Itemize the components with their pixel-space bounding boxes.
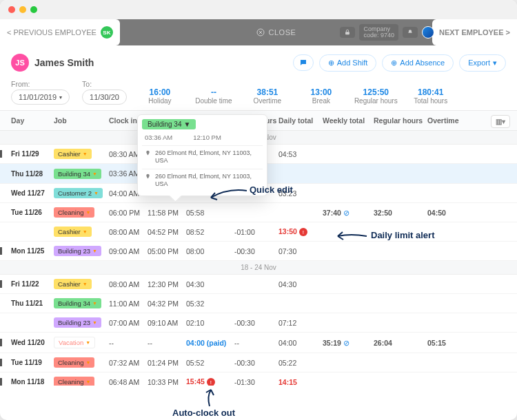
popover-location-in: 260 Elmont Rd, Elmont, NY 11003, USA bbox=[142, 145, 263, 169]
cell-daily-total: 04:00 bbox=[278, 339, 323, 347]
table-row[interactable]: Mon 11/25Building 23▼09:00 AM05:00 PM08:… bbox=[0, 242, 517, 261]
cell-clock-out[interactable]: 10:33 PM bbox=[148, 378, 186, 386]
window-titlebar bbox=[0, 0, 517, 19]
cell-break: -00:30 bbox=[234, 247, 278, 255]
pin-icon bbox=[145, 150, 151, 156]
job-tag[interactable]: Cashier▼ bbox=[54, 149, 92, 159]
chevron-down-icon: ▾ bbox=[59, 94, 62, 101]
from-label: From: bbox=[11, 80, 70, 88]
add-shift-label: Add Shift bbox=[337, 59, 368, 67]
cell-clock-in[interactable]: 07:32 AM bbox=[109, 359, 148, 367]
cell-day: Tue 11/19 bbox=[0, 359, 54, 366]
chevron-down-icon: ▼ bbox=[92, 301, 97, 306]
cell-clock-out[interactable]: 01:24 PM bbox=[148, 359, 186, 367]
cell-total: 15:45! bbox=[186, 377, 234, 386]
cell-clock-out[interactable]: 04:52 PM bbox=[148, 228, 186, 236]
window-min-dot[interactable] bbox=[19, 6, 26, 13]
cell-clock-in[interactable]: -- bbox=[109, 339, 148, 347]
prev-employee-label: < PREVIOUS EMPLOYEE bbox=[7, 28, 97, 36]
job-tag[interactable]: Cashier▼ bbox=[54, 279, 92, 289]
cell-daily-total: 07:12 bbox=[278, 319, 323, 327]
table-row[interactable]: Building 23▼07:00 AM09:10 AM02:10-00:300… bbox=[0, 313, 517, 333]
add-absence-label: Add Absence bbox=[400, 59, 445, 67]
table-row[interactable]: Mon 11/18Cleaning▼06:48 AM10:33 PM15:45!… bbox=[0, 372, 517, 386]
stat-overtime: 38:51Overtime bbox=[247, 87, 288, 105]
cell-total: 04:30 bbox=[186, 280, 234, 288]
cell-clock-in[interactable]: 07:00 AM bbox=[109, 319, 148, 327]
cell-clock-out[interactable]: 04:32 PM bbox=[148, 300, 186, 308]
cell-clock-out[interactable]: 11:58 PM bbox=[148, 209, 186, 217]
cell-total: 08:52 bbox=[186, 228, 234, 236]
cell-clock-out[interactable]: 05:00 PM bbox=[148, 247, 186, 255]
table-row[interactable]: Tue 11/19Cleaning▼07:32 AM01:24 PM05:52-… bbox=[0, 353, 517, 372]
cell-day: Fri 11/22 bbox=[0, 280, 54, 288]
cell-total: 05:58 bbox=[186, 209, 234, 217]
job-tag[interactable]: Vacation▼ bbox=[54, 337, 95, 348]
table-row[interactable]: Tue 11/26Cleaning▼06:00 PM11:58 PM05:583… bbox=[0, 203, 517, 222]
job-tag[interactable]: Cleaning▼ bbox=[54, 207, 94, 218]
chevron-down-icon: ▼ bbox=[92, 249, 97, 253]
table-row[interactable]: Wed 11/20Vacation▼----04:00 (paid)--04:0… bbox=[0, 333, 517, 353]
cell-total: 02:10 bbox=[186, 319, 234, 327]
chevron-down-icon: ▼ bbox=[83, 282, 88, 286]
job-tag[interactable]: Cleaning▼ bbox=[54, 357, 94, 368]
chat-button[interactable] bbox=[293, 54, 314, 71]
prev-employee-button[interactable]: < PREVIOUS EMPLOYEE SK bbox=[0, 19, 120, 45]
add-absence-button[interactable]: ⊕ Add Absence bbox=[382, 54, 454, 72]
job-tag[interactable]: Cleaning▼ bbox=[54, 377, 94, 386]
alert-icon: ! bbox=[207, 378, 215, 386]
table-row[interactable]: Thu 11/21Building 34▼11:00 AM04:32 PM05:… bbox=[0, 294, 517, 313]
cell-regular: 26:04 bbox=[374, 339, 427, 347]
cell-total: 08:00 bbox=[186, 247, 234, 255]
cell-total: 05:52 bbox=[186, 359, 234, 367]
chevron-down-icon: ▼ bbox=[183, 120, 190, 128]
chevron-down-icon: ▼ bbox=[86, 360, 91, 365]
from-date-input[interactable]: 11/01/2019▾ bbox=[11, 90, 70, 105]
job-tag[interactable]: Building 23▼ bbox=[54, 246, 101, 256]
close-icon bbox=[256, 28, 265, 36]
cell-clock-out[interactable]: -- bbox=[148, 339, 186, 347]
cell-break: -00:30 bbox=[234, 359, 278, 367]
stat-holiday: 16:00Holiday bbox=[139, 87, 181, 105]
add-shift-button[interactable]: ⊕ Add Shift bbox=[319, 54, 377, 72]
table-row[interactable]: Cashier▼08:00 AM04:52 PM08:52-01:0013:50… bbox=[0, 222, 517, 242]
job-tag[interactable]: Cashier▼ bbox=[54, 227, 92, 237]
group-header: 18 - 24 Nov bbox=[0, 261, 517, 275]
chevron-down-icon: ▼ bbox=[85, 340, 90, 345]
window-max-dot[interactable] bbox=[30, 6, 37, 13]
window-close-dot[interactable] bbox=[8, 6, 15, 13]
chevron-down-icon: ▼ bbox=[83, 151, 88, 156]
cell-clock-in[interactable]: 09:00 AM bbox=[109, 247, 148, 255]
columns-picker-button[interactable]: ▥▾ bbox=[491, 115, 510, 128]
table-row[interactable]: Fri 11/22Cashier▼08:00 AM12:30 PM04:3004… bbox=[0, 275, 517, 294]
popover-job-tag[interactable]: Building 34▼ bbox=[142, 119, 196, 129]
next-employee-button[interactable]: NEXT EMPLOYEE > bbox=[432, 19, 517, 45]
chevron-down-icon: ▼ bbox=[92, 320, 97, 325]
cell-daily-total: 03:23 bbox=[278, 189, 323, 198]
cell-clock-in[interactable]: 06:00 PM bbox=[109, 209, 148, 217]
employee-name: James Smith bbox=[34, 57, 94, 68]
to-date-input[interactable]: 11/30/20 bbox=[82, 90, 127, 105]
cell-break: -01:00 bbox=[234, 228, 278, 236]
cell-day: Mon 11/18 bbox=[0, 378, 54, 386]
cell-clock-in[interactable]: 08:00 AM bbox=[109, 228, 148, 236]
cell-day: Thu 11/21 bbox=[11, 300, 54, 307]
popover-in: 03:36 AM bbox=[145, 134, 172, 141]
plus-icon: ⊕ bbox=[328, 59, 334, 67]
close-button[interactable]: CLOSE bbox=[120, 28, 432, 36]
cell-clock-in[interactable]: 06:48 AM bbox=[109, 378, 148, 386]
shift-popover[interactable]: Building 34▼ 03:36 AM12:10 PM 260 Elmont… bbox=[137, 114, 267, 196]
job-tag[interactable]: Building 23▼ bbox=[54, 317, 101, 328]
cell-clock-out[interactable]: 09:10 AM bbox=[148, 319, 186, 327]
job-tag[interactable]: Building 34▼ bbox=[54, 298, 101, 308]
export-button[interactable]: Export ▾ bbox=[459, 54, 506, 72]
arrow-icon bbox=[200, 387, 221, 408]
job-tag[interactable]: Customer 2▼ bbox=[54, 188, 103, 198]
cell-clock-in[interactable]: 08:00 AM bbox=[109, 280, 148, 288]
pin-icon bbox=[145, 174, 151, 180]
cell-clock-in[interactable]: 11:00 AM bbox=[109, 300, 148, 308]
cell-daily-total: 05:22 bbox=[278, 359, 323, 367]
cell-clock-out[interactable]: 12:30 PM bbox=[148, 280, 186, 288]
cell-daily-total: 14:15 bbox=[278, 378, 323, 386]
job-tag[interactable]: Building 34▼ bbox=[54, 169, 101, 179]
